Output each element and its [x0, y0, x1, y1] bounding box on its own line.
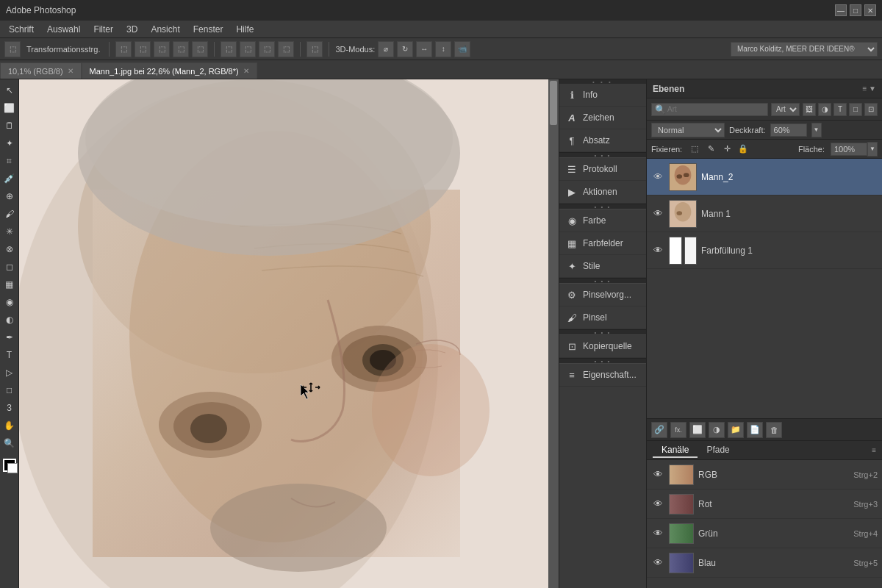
area-dropdown-btn[interactable]: ▼	[867, 142, 878, 157]
layer-icon-adjust[interactable]: ◑	[818, 103, 831, 116]
toolbar-btn-10[interactable]: ⬚	[306, 41, 323, 57]
layer-fx-btn[interactable]: fx.	[670, 422, 686, 438]
tool-eyedropper[interactable]: 💉	[1, 171, 18, 187]
palette-kopierquelle[interactable]: ⊡ Kopierquelle	[559, 335, 646, 358]
area-value[interactable]: 100%	[831, 143, 867, 156]
tab-pfade[interactable]: Pfade	[698, 443, 738, 458]
layer-row-mann1[interactable]: 👁 Mann 1	[647, 196, 882, 232]
tab-2-close[interactable]: ✕	[243, 67, 249, 75]
palette-pinselvorg[interactable]: ⚙ Pinselvorg...	[559, 284, 646, 306]
tool-shape[interactable]: □	[1, 382, 18, 398]
toolbar-btn-8[interactable]: ⬚	[259, 41, 275, 57]
toolbar-btn-4[interactable]: ⬚	[173, 41, 189, 57]
fix-icon-lock-all[interactable]: ⬚	[688, 143, 701, 156]
profile-dropdown[interactable]: Marco Kolditz, MEER DER IDEEN®	[731, 42, 878, 57]
channel-eye-rgb[interactable]: 👁	[651, 468, 664, 481]
tool-brush[interactable]: 🖌	[1, 206, 18, 222]
tool-hand[interactable]: ✋	[1, 417, 18, 434]
toolbar-3d-4[interactable]: ↕	[435, 41, 451, 57]
tool-lasso[interactable]: 🗒	[1, 118, 18, 134]
toolbar-3d-5[interactable]: 📹	[454, 41, 470, 57]
palette-info[interactable]: ℹ Info	[559, 84, 646, 107]
foreground-color[interactable]	[3, 459, 16, 472]
palette-stile[interactable]: ✦ Stile	[559, 255, 646, 278]
channel-row-rgb[interactable]: 👁 RGB Strg+2	[647, 460, 882, 490]
layer-icon-smart[interactable]: ⊡	[864, 103, 878, 116]
toolbar-btn-1[interactable]: ⬚	[115, 41, 132, 57]
menu-hilfe[interactable]: Hilfe	[230, 23, 259, 36]
channel-row-rot[interactable]: 👁 Rot Strg+3	[647, 490, 882, 519]
tool-blur[interactable]: ◉	[1, 294, 18, 310]
menu-ansicht[interactable]: Ansicht	[145, 23, 185, 36]
tool-3d[interactable]: 3	[1, 400, 18, 416]
minimize-button[interactable]: —	[835, 4, 847, 16]
canvas-scrollbar[interactable]	[548, 79, 559, 588]
layer-eye-mann2[interactable]: 👁	[651, 171, 664, 184]
layer-icon-text[interactable]: T	[833, 103, 847, 116]
channel-eye-blau[interactable]: 👁	[651, 556, 664, 570]
toolbar-3d-1[interactable]: ⌀	[378, 41, 394, 57]
toolbar-btn-6[interactable]: ⬚	[220, 41, 237, 57]
palette-zeichen[interactable]: A Zeichen	[559, 107, 646, 129]
palette-absatz[interactable]: ¶ Absatz	[559, 129, 646, 152]
layers-collapse-btn[interactable]: ≡ ▼	[862, 85, 876, 93]
menu-schrift[interactable]: Schrift	[3, 23, 40, 36]
channels-collapse[interactable]: ≡	[872, 446, 876, 454]
toolbar-btn-2[interactable]: ⬚	[135, 41, 151, 57]
toolbar-3d-3[interactable]: ↔	[416, 41, 432, 57]
toolbar-btn-3[interactable]: ⬚	[154, 41, 170, 57]
tool-text[interactable]: T	[1, 347, 18, 363]
tool-heal[interactable]: ⊕	[1, 188, 18, 204]
channel-eye-rot[interactable]: 👁	[651, 498, 664, 511]
toolbar-transform-icon[interactable]: ⬚	[4, 41, 21, 57]
layer-eye-mann1[interactable]: 👁	[651, 207, 664, 220]
menu-3d[interactable]: 3D	[121, 23, 143, 36]
menu-fenster[interactable]: Fenster	[187, 23, 229, 36]
add-mask-btn[interactable]: ⬜	[689, 422, 706, 438]
tab-1-close[interactable]: ✕	[68, 67, 74, 75]
layer-row-farbfullung[interactable]: 👁 Farbfüllung 1	[647, 232, 882, 269]
palette-farbe[interactable]: ◉ Farbe	[559, 209, 646, 232]
toolbar-btn-5[interactable]: ⬚	[192, 41, 208, 57]
tool-pen[interactable]: ✒	[1, 329, 18, 345]
channel-row-blau[interactable]: 👁 Blau Strg+5	[647, 548, 882, 578]
tool-path-select[interactable]: ▷	[1, 365, 18, 381]
toolbar-btn-9[interactable]: ⬚	[278, 41, 294, 57]
add-group-btn[interactable]: 📁	[728, 422, 744, 438]
tool-clone[interactable]: ✳	[1, 223, 18, 240]
layer-row-mann2[interactable]: 👁 Mann_2	[647, 159, 882, 196]
opacity-value[interactable]: 60%	[770, 123, 807, 137]
tool-eraser[interactable]: ◻	[1, 259, 18, 275]
layers-search-input[interactable]	[667, 105, 764, 113]
tool-crop[interactable]: ⌗	[1, 153, 18, 169]
layer-icon-image[interactable]: 🖼	[803, 103, 816, 116]
scroll-thumb[interactable]	[550, 81, 557, 125]
add-adjustment-btn[interactable]: ◑	[709, 422, 725, 438]
fix-icon-lock-pixels[interactable]: ✎	[704, 143, 717, 156]
tool-gradient[interactable]: ▦	[1, 276, 18, 293]
toolbar-btn-7[interactable]: ⬚	[240, 41, 256, 57]
link-layers-btn[interactable]: 🔗	[651, 422, 667, 438]
tab-kanale[interactable]: Kanäle	[653, 443, 698, 458]
fix-icon-lock-position[interactable]: ✛	[720, 143, 734, 156]
blend-mode-select[interactable]: Normal	[651, 123, 725, 137]
channel-row-gruen[interactable]: 👁 Grün Strg+4	[647, 519, 882, 548]
layers-filter-select[interactable]: Art	[771, 103, 800, 116]
layer-eye-farbfullung[interactable]: 👁	[651, 244, 664, 257]
menu-filter[interactable]: Filter	[87, 23, 119, 36]
channel-eye-gruen[interactable]: 👁	[651, 527, 664, 540]
delete-layer-btn[interactable]: 🗑	[766, 422, 782, 438]
background-color[interactable]	[7, 463, 18, 473]
menu-auswahl[interactable]: Auswahl	[41, 23, 86, 36]
tool-move[interactable]: ↖	[1, 82, 18, 98]
fix-icon-lock[interactable]: 🔒	[736, 143, 750, 156]
add-layer-btn[interactable]: 📄	[747, 422, 763, 438]
palette-aktionen[interactable]: ▶ Aktionen	[559, 181, 646, 204]
close-button[interactable]: ✕	[864, 4, 876, 16]
layer-icon-shape[interactable]: □	[849, 103, 862, 116]
toolbar-3d-2[interactable]: ↻	[397, 41, 413, 57]
tab-2[interactable]: Mann_1.jpg bei 22,6% (Mann_2, RGB/8*) ✕	[82, 62, 257, 79]
palette-pinsel[interactable]: 🖌 Pinsel	[559, 306, 646, 329]
tab-1[interactable]: 10,1% (RGB/8) ✕	[0, 62, 82, 79]
palette-eigenschaft[interactable]: ≡ Eigenschaft...	[559, 364, 646, 387]
